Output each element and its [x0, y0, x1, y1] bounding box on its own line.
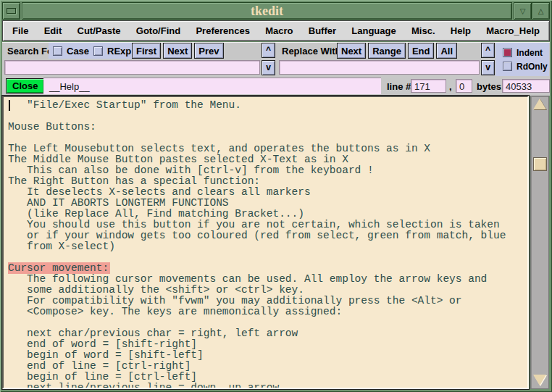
menu-item-macro-help[interactable]: Macro_Help [486, 25, 540, 36]
help-filename-bar[interactable]: __Help__ [43, 78, 381, 94]
replace-range-button[interactable]: Range [368, 43, 406, 59]
editor-line: Cursor movement: [8, 263, 527, 274]
editor-line: begin of line = [ctrl-left] [8, 372, 527, 383]
text-editor-canvas[interactable]: "File/Exec Startup" from the Menu. Mouse… [2, 96, 529, 389]
editor-line [8, 133, 527, 143]
editor-line [8, 252, 527, 263]
menu-item-preferences[interactable]: Preferences [196, 25, 249, 36]
rexp-label: RExp [107, 46, 131, 57]
replace-history-up-button[interactable]: ^ [481, 43, 495, 58]
vertical-scrollbar[interactable] [530, 96, 549, 389]
close-button[interactable]: Close [6, 78, 44, 93]
window-menu-icon [7, 8, 16, 14]
editor-line: The Left Mousebutton selects text, and o… [8, 143, 527, 154]
rexp-checkbox-box[interactable] [93, 46, 103, 56]
editor-line: Mouse Buttons: [8, 122, 527, 133]
menu-item-goto-find[interactable]: Goto/Find [136, 25, 180, 36]
replace-with-label: Replace With [282, 46, 341, 57]
column-number-input[interactable]: 0 [456, 79, 472, 93]
case-label: Case [67, 46, 89, 57]
editor-line: end of line = [ctrl-right] [8, 361, 527, 372]
scrollbar-thumb[interactable] [533, 157, 547, 171]
indent-label: Indent [517, 48, 543, 58]
editor-line: begin of word = [shift-left] [8, 350, 527, 361]
editor-line: For compatibility with "fvwm" you may ad… [8, 296, 527, 306]
editor-line [8, 317, 527, 328]
replace-next-button[interactable]: Next [337, 43, 366, 59]
case-checkbox[interactable]: Case [49, 43, 93, 59]
rdonly-label: RdOnly [517, 62, 548, 72]
editor-line: The following cursor movements can be us… [8, 274, 527, 285]
rexp-checkbox[interactable]: RExp [89, 43, 135, 59]
editor-line: next char/previous char = right, left ar… [8, 328, 527, 339]
editor-area: "File/Exec Startup" from the Menu. Mouse… [2, 96, 550, 390]
menu-item-buffer[interactable]: Buffer [309, 25, 336, 36]
search-first-button[interactable]: First [132, 43, 161, 59]
editor-line: (like Replace All, Find matching Bracket… [8, 209, 527, 220]
editor-line: You should use this button if you are no… [8, 220, 527, 230]
bytes-value: 40533 [502, 79, 550, 93]
search-history-spinner: ^ v [262, 43, 275, 75]
indent-checkbox[interactable]: Indent [503, 46, 549, 59]
editor-line: The Middle Mouse Button pastes selected … [8, 154, 527, 165]
text-cursor [9, 100, 10, 111]
iconify-icon: ▽ [520, 7, 526, 15]
case-checkbox-box[interactable] [53, 46, 62, 56]
options-panel: Indent RdOnly [495, 43, 549, 76]
replace-input[interactable] [279, 60, 480, 75]
editor-line: The Right Button has a special function: [8, 176, 527, 187]
menu-item-cut-paste[interactable]: Cut/Paste [78, 25, 121, 36]
line-number-label: line # [387, 81, 411, 92]
line-col-separator: , [449, 81, 452, 92]
editor-line: It deselects X-selects and clears all ma… [8, 187, 527, 198]
scroll-up-button[interactable] [533, 99, 546, 110]
editor-line: AND IT ABORTS LONGTERM FUNCTIONS [8, 198, 527, 209]
line-number-input[interactable]: 171 [411, 79, 446, 93]
window-title: tkedit [22, 2, 512, 20]
search-next-button[interactable]: Next [163, 43, 192, 59]
bytes-label: bytes: [477, 81, 504, 92]
search-history-down-button[interactable]: v [262, 60, 275, 75]
menu-item-edit[interactable]: Edit [44, 25, 62, 36]
help-label: __Help__ [49, 81, 90, 92]
replace-history-spinner: ^ v [481, 43, 495, 75]
titlebar[interactable]: tkedit ▽ △ [2, 2, 550, 20]
search-replace-toolbar: Search For Case RExp FirstNextPrev ^ v R… [2, 42, 550, 77]
search-history-up-button[interactable]: ^ [262, 43, 275, 58]
replace-history-down-button[interactable]: v [481, 60, 495, 75]
rdonly-checkbox-box[interactable] [503, 62, 512, 71]
replace-button-group: NextRangeEndAll [337, 43, 457, 59]
menubar: FileEditCut/PasteGoto/FindPreferencesMac… [2, 20, 550, 41]
editor-line: end of word = [shift-right] [8, 339, 527, 350]
iconify-button[interactable]: ▽ [514, 2, 532, 20]
scroll-down-icon [533, 375, 546, 385]
search-button-group: FirstNextPrev [132, 43, 224, 59]
editor-line: next line/previous line = down, up arrow [8, 383, 527, 389]
editor-line: <Compose> key. The keys are mnemonically… [8, 306, 527, 317]
editor-line: "File/Exec Startup" from the Menu. [8, 100, 527, 111]
window-menu-button[interactable] [2, 2, 20, 20]
search-input[interactable] [4, 60, 260, 75]
menu-item-help[interactable]: Help [451, 25, 471, 36]
replace-all-button[interactable]: All [436, 43, 457, 59]
rdonly-checkbox[interactable]: RdOnly [503, 59, 549, 73]
editor-line: from X-select) [8, 241, 527, 252]
indent-checkbox-box[interactable] [503, 48, 512, 57]
menu-item-macro[interactable]: Macro [265, 25, 293, 36]
editor-line: some additionally the <shift> or <ctrl> … [8, 285, 527, 296]
tkedit-window: tkedit ▽ △ FileEditCut/PasteGoto/FindPre… [0, 0, 552, 392]
maximize-button[interactable]: △ [532, 2, 550, 20]
menu-item-language[interactable]: Language [351, 25, 396, 36]
editor-line: or if your window gets too coloured (red… [8, 230, 527, 241]
highlighted-section-heading: Cursor movement: [8, 262, 110, 274]
menu-item-misc[interactable]: Misc. [411, 25, 435, 36]
statusbar: Close __Help__ line # 171 , 0 bytes: 405… [2, 77, 550, 96]
search-prev-button[interactable]: Prev [194, 43, 223, 59]
scroll-down-button[interactable] [533, 375, 546, 386]
replace-end-button[interactable]: End [408, 43, 435, 59]
editor-line [8, 111, 527, 122]
editor-line: This can also be done with [ctrl-v] from… [8, 165, 527, 176]
scroll-up-icon [533, 99, 546, 109]
maximize-icon: △ [538, 7, 544, 15]
menu-item-file[interactable]: File [12, 25, 28, 36]
